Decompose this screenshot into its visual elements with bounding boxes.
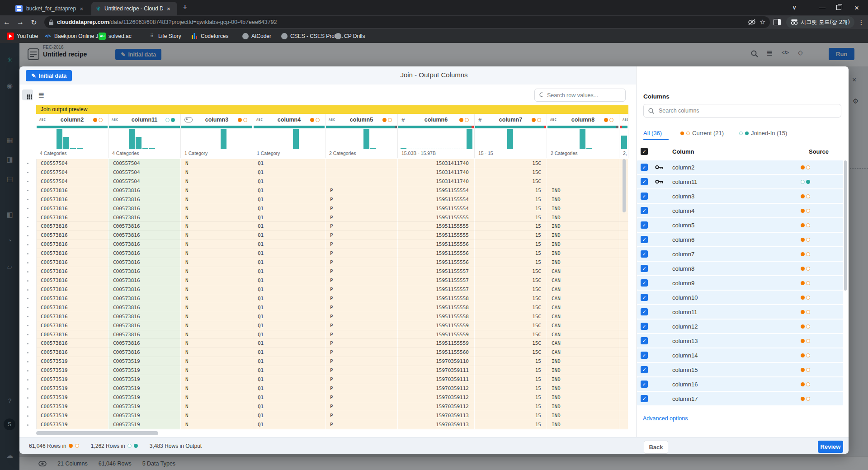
row-marker-dot[interactable] <box>27 271 28 273</box>
search-rows-box[interactable] <box>534 89 626 102</box>
column-checkbox[interactable]: ✓ <box>641 193 648 200</box>
row-marker-dot[interactable] <box>27 190 28 191</box>
panel-column-row-column4[interactable]: ✓column4 <box>637 204 843 217</box>
panel-tab-joined-in[interactable]: Joined-In (15) <box>739 130 787 136</box>
new-tab-button[interactable]: + <box>183 3 188 11</box>
browser-menu-icon[interactable]: ⋮ <box>854 19 868 26</box>
search-columns-box[interactable] <box>643 104 841 118</box>
column-checkbox[interactable]: ✓ <box>641 366 648 373</box>
window-restore-icon[interactable] <box>836 5 841 10</box>
bookmark-star-icon[interactable]: ☆ <box>760 18 765 26</box>
advanced-options-link[interactable]: Advanced options <box>643 415 688 422</box>
row-marker-dot[interactable] <box>27 163 28 164</box>
column-checkbox[interactable]: ✓ <box>641 323 648 330</box>
review-button[interactable]: Review <box>818 441 843 453</box>
panel-column-row-column11-key[interactable]: ✓column11 <box>637 175 843 188</box>
grid-view-button[interactable] <box>22 89 33 100</box>
row-marker-dot[interactable] <box>27 226 28 227</box>
panel-column-row-column3[interactable]: ✓column3 <box>637 189 843 203</box>
reload-icon[interactable]: ↻ <box>27 18 41 27</box>
browser-tab-bucket[interactable]: bucket_for_dataprep2 – Bucket c × <box>11 2 88 15</box>
row-marker-dot[interactable] <box>27 181 28 182</box>
select-all-checkbox[interactable]: ✓ <box>641 148 648 155</box>
panel-column-row-column12[interactable]: ✓column12 <box>637 320 843 333</box>
panel-column-row-column2-key[interactable]: ✓column2 <box>637 160 843 174</box>
panel-column-row-column6[interactable]: ✓column6 <box>637 233 843 246</box>
back-button[interactable]: Back <box>644 441 668 454</box>
back-nav-icon[interactable]: ← <box>0 18 14 26</box>
panel-column-row-column11[interactable]: ✓column11 <box>637 305 843 319</box>
panel-column-row-column8[interactable]: ✓column8 <box>637 262 843 275</box>
bookmark-atcoder[interactable]: AtCoder <box>242 33 271 39</box>
row-marker-dot[interactable] <box>27 325 28 326</box>
panel-column-row-column15[interactable]: ✓column15 <box>637 363 843 376</box>
row-marker-dot[interactable] <box>27 370 28 371</box>
bookmark-cses[interactable]: CSES - CSES Probl... <box>281 33 343 39</box>
column-header-column7[interactable]: #column7 <box>475 114 547 126</box>
row-marker-dot[interactable] <box>27 217 28 218</box>
bookmark-cpdrills[interactable]: CP Drills <box>335 33 365 39</box>
row-marker-dot[interactable] <box>27 415 28 417</box>
row-marker-dot[interactable] <box>27 172 28 173</box>
column-checkbox[interactable]: ✓ <box>641 265 648 272</box>
column-checkbox[interactable]: ✓ <box>641 236 648 243</box>
row-marker-dot[interactable] <box>27 397 28 399</box>
search-columns-input[interactable] <box>658 107 836 114</box>
bookmark-codeforces[interactable]: Codeforces <box>191 33 228 40</box>
panel-column-row-column9[interactable]: ✓column9 <box>637 276 843 290</box>
table-vertical-scrollbar[interactable] <box>623 159 626 212</box>
window-minimize-icon[interactable]: — <box>819 4 826 11</box>
column-checkbox[interactable]: ✓ <box>641 381 648 388</box>
row-marker-dot[interactable] <box>27 253 28 254</box>
column-checkbox[interactable]: ✓ <box>641 337 648 344</box>
panel-tab-all[interactable]: All (36) <box>643 130 662 136</box>
column-checkbox[interactable]: ✓ <box>641 221 648 229</box>
column-header-column6[interactable]: #column6 <box>398 114 474 126</box>
panel-column-row-column14[interactable]: ✓column14 <box>637 348 843 362</box>
row-marker-dot[interactable] <box>27 289 28 291</box>
forward-nav-icon[interactable]: → <box>14 18 27 26</box>
row-marker-dot[interactable] <box>27 298 28 299</box>
column-header-column2[interactable]: ABCcolumn2 <box>36 114 108 126</box>
column-header-column11[interactable]: ABCcolumn11 <box>108 114 180 126</box>
bookmark-baekjoon[interactable]: </>Baekjoon Online J... <box>44 33 103 40</box>
panel-tab-current[interactable]: Current (21) <box>680 130 724 136</box>
column-header-column3[interactable]: column3 <box>181 114 253 126</box>
panel-column-row-column10[interactable]: ✓column10 <box>637 291 843 304</box>
window-close-icon[interactable]: × <box>854 4 859 13</box>
row-marker-dot[interactable] <box>27 235 28 236</box>
list-view-button[interactable]: ≣ <box>36 89 47 100</box>
row-marker-dot[interactable] <box>27 406 28 408</box>
column-checkbox[interactable]: ✓ <box>641 352 648 359</box>
column-checkbox[interactable]: ✓ <box>641 308 648 315</box>
row-marker-dot[interactable] <box>27 316 28 317</box>
column-checkbox[interactable]: ✓ <box>641 250 648 258</box>
column-checkbox[interactable]: ✓ <box>641 279 648 287</box>
row-marker-dot[interactable] <box>27 361 28 362</box>
panel-column-row-column17[interactable]: ✓column17 <box>637 392 843 405</box>
row-marker-dot[interactable] <box>27 343 28 344</box>
column-header-column8[interactable]: ABCcolumn8 <box>547 114 619 126</box>
bookmark-youtube[interactable]: YouTube <box>7 33 38 40</box>
panel-column-row-column13[interactable]: ✓column13 <box>637 334 843 348</box>
column-header-column5[interactable]: ABCcolumn5 <box>326 114 397 126</box>
window-chevron-icon[interactable]: ∨ <box>792 4 797 11</box>
row-marker-dot[interactable] <box>27 388 28 390</box>
panel-scrollbar[interactable] <box>844 160 847 291</box>
column-checkbox[interactable]: ✓ <box>641 395 648 402</box>
row-marker-dot[interactable] <box>27 379 28 381</box>
bookmark-solvedac[interactable]: ACsolved.ac <box>99 33 132 40</box>
table-horizontal-scrollbar[interactable] <box>36 431 158 435</box>
row-marker-dot[interactable] <box>27 307 28 308</box>
row-marker-dot[interactable] <box>27 244 28 245</box>
tab-close-icon[interactable]: × <box>167 5 170 12</box>
row-marker-dot[interactable] <box>27 352 28 353</box>
row-marker-dot[interactable] <box>27 262 28 263</box>
row-marker-dot[interactable] <box>27 280 28 282</box>
row-marker-dot[interactable] <box>27 334 28 335</box>
column-checkbox[interactable]: ✓ <box>641 207 648 214</box>
column-checkbox[interactable]: ✓ <box>641 164 648 171</box>
browser-tab-dataprep[interactable]: ✳ Untitled recipe - Cloud Datapre × <box>91 2 177 15</box>
panel-column-row-column7[interactable]: ✓column7 <box>637 247 843 261</box>
eye-off-icon[interactable] <box>748 19 756 25</box>
